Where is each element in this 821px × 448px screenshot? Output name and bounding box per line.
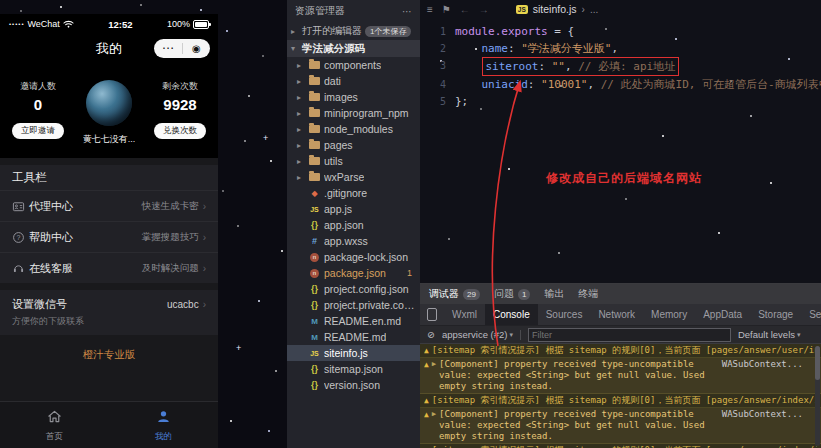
explorer-item-.gitignore[interactable]: ◆.gitignore	[287, 185, 420, 201]
battery-icon	[193, 20, 209, 29]
debugger-tab-问题[interactable]: 问题1	[494, 287, 530, 301]
explorer-item-images[interactable]: ▸images	[287, 89, 420, 105]
code-token: // 此处为商城ID, 可在超管后台-商城列表中查看	[601, 76, 821, 93]
explorer-item-sitemap.json[interactable]: {}sitemap.json	[287, 361, 420, 377]
log-levels-selector[interactable]: Default levels ▾	[738, 329, 801, 340]
bookmark-icon[interactable]: ⚑	[442, 4, 451, 15]
devtools-tab-console[interactable]: Console	[485, 304, 538, 325]
menu-item-在线客服[interactable]: 在线客服及时解决问题›	[0, 252, 218, 283]
debugger-tab-终端[interactable]: 终端	[578, 287, 598, 301]
explorer-item-pages[interactable]: ▸pages	[287, 137, 420, 153]
explorer-item-README.en.md[interactable]: MREADME.en.md	[287, 313, 420, 329]
explorer-item-app.json[interactable]: {}app.json	[287, 217, 420, 233]
scrollbar-thumb[interactable]	[815, 346, 820, 380]
more-icon[interactable]: ⋯	[154, 39, 182, 58]
explorer-item-wxParse[interactable]: ▸wxParse	[287, 169, 420, 185]
capsule-menu[interactable]: ⋯ ◉	[154, 39, 210, 58]
code-line-5[interactable]: 5};	[420, 93, 821, 110]
count-badge: 1	[518, 289, 530, 300]
menu-item-帮助中心[interactable]: ?帮助中心掌握搜题技巧›	[0, 221, 218, 252]
menu-item-代理中心[interactable]: 代理中心快速生成卡密›	[0, 190, 218, 221]
editor-top-bar: ≡ ⚑ ← → JS siteinfo.js › ...	[420, 0, 821, 18]
explorer-item-dati[interactable]: ▸dati	[287, 73, 420, 89]
warning-icon: ▲	[424, 395, 429, 406]
line-number[interactable]: 3	[420, 57, 455, 76]
devtools-tab-wxml[interactable]: Wxml	[444, 304, 485, 325]
code-token	[455, 76, 482, 93]
explorer-item-version.json[interactable]: {}version.json	[287, 377, 420, 393]
git-file-icon: ◆	[308, 189, 321, 198]
carrier-label: WeChat	[28, 19, 60, 29]
line-number[interactable]: 1	[420, 23, 455, 40]
highlight-box: siteroot: "", // 必填: api地址	[482, 57, 680, 76]
code-line-2[interactable]: 2 name: "学法减分专业版",	[420, 40, 821, 57]
code-area[interactable]: 1module.exports = {2 name: "学法减分专业版",3 s…	[420, 18, 821, 110]
explorer-item-package-lock.json[interactable]: npackage-lock.json	[287, 249, 420, 265]
expand-icon[interactable]: ▶	[432, 359, 436, 370]
clear-console-icon[interactable]: ⊘	[427, 329, 435, 340]
devtools-tab-network[interactable]: Network	[590, 304, 643, 325]
code-token: ,	[565, 60, 578, 73]
console-message[interactable]: ▲[sitemap 索引情况提示] 根据 sitemap 的规则[0]，当前页面…	[420, 444, 821, 448]
console-message[interactable]: ▲▶[Component] property received type-unc…	[420, 408, 821, 444]
device-toggle-icon[interactable]	[427, 308, 437, 321]
console-message[interactable]: ▲[sitemap 索引情况提示] 根据 sitemap 的规则[0]，当前页面…	[420, 394, 821, 408]
tab-label: 输出	[544, 287, 564, 301]
debugger-tab-调试器[interactable]: 调试器29	[429, 287, 480, 301]
explorer-item-node_modules[interactable]: ▸node_modules	[287, 121, 420, 137]
devtools-tab-sources[interactable]: Sources	[538, 304, 591, 325]
explorer-item-app.js[interactable]: JSapp.js	[287, 201, 420, 217]
explorer-item-project.config.json[interactable]: {}project.config.json	[287, 281, 420, 297]
avatar[interactable]	[86, 80, 132, 126]
tabbar-item-首页[interactable]: 首页	[0, 402, 109, 448]
explorer-item-siteinfo.js[interactable]: JSsiteinfo.js	[287, 345, 420, 361]
editor-menu-icon[interactable]: ≡	[427, 4, 433, 15]
devtools-tab-appdata[interactable]: AppData	[695, 304, 750, 325]
profile-section: 邀请人数 0 立即邀请 黄七七没有... 剩余次数 9928 兑换次数	[0, 64, 218, 158]
devtools-tab-memory[interactable]: Memory	[643, 304, 695, 325]
code-line-1[interactable]: 1module.exports = {	[420, 23, 821, 40]
breadcrumb[interactable]: JS siteinfo.js › ...	[516, 3, 598, 15]
minimize-target-icon[interactable]: ◉	[183, 39, 211, 58]
devtools-tab-storage[interactable]: Storage	[750, 304, 801, 325]
mini-program-simulator: ••••• WeChat 12:52 100% 我的 ⋯ ◉ 邀请人数 0 立即…	[0, 14, 218, 448]
message-source-link[interactable]: WASubContext...	[722, 409, 803, 420]
explorer-item-app.wxss[interactable]: #app.wxss	[287, 233, 420, 249]
explorer-actions-icon[interactable]: ⋯	[402, 6, 412, 17]
code-line-4[interactable]: 4 uniacid: "10001", // 此处为商城ID, 可在超管后台-商…	[420, 76, 821, 93]
breadcrumb-more-icon[interactable]: ...	[590, 4, 598, 15]
tabbar-item-我的[interactable]: 我的	[109, 402, 218, 448]
signal-strength-icon: •••••	[9, 21, 25, 27]
explorer-item-README.md[interactable]: MREADME.md	[287, 329, 420, 345]
open-editors-section[interactable]: ▸ 打开的编辑器 1个未保存	[287, 22, 420, 40]
code-line-3[interactable]: 3 siteroot: "", // 必填: api地址	[420, 57, 821, 76]
line-number[interactable]: 5	[420, 93, 455, 110]
explorer-item-miniprogram_npm[interactable]: ▸miniprogram_npm	[287, 105, 420, 121]
twisty-collapsed-icon: ▸	[297, 157, 305, 166]
debugger-tab-输出[interactable]: 输出	[544, 287, 564, 301]
forward-icon[interactable]: →	[479, 4, 489, 15]
console-scrollbar[interactable]	[815, 346, 820, 446]
wechat-id-row[interactable]: 设置微信号 ucacbc › 方便你的下级联系	[0, 290, 218, 335]
exchange-times-button[interactable]: 兑换次数	[154, 123, 206, 139]
back-icon[interactable]: ←	[460, 4, 470, 15]
context-selector[interactable]: appservice (#2) ▾	[442, 329, 513, 340]
explorer-item-components[interactable]: ▸components	[287, 57, 420, 73]
twisty-collapsed-icon: ▸	[297, 109, 305, 118]
expand-icon[interactable]: ▶	[432, 409, 436, 420]
explorer-item-package.json[interactable]: npackage.json1	[287, 265, 420, 281]
console-filter-input[interactable]	[528, 328, 731, 342]
file-name: images	[324, 91, 358, 103]
explorer-root-folder[interactable]: ▾ 学法减分源码	[287, 40, 420, 57]
message-source-link[interactable]: WASubContext...	[722, 359, 803, 370]
console-message[interactable]: ▲[sitemap 索引情况提示] 根据 sitemap 的规则[0]，当前页面…	[420, 344, 821, 358]
file-name: pages	[324, 139, 353, 151]
explorer-item-project.private.config.json[interactable]: {}project.private.config.json	[287, 297, 420, 313]
explorer-item-utils[interactable]: ▸utils	[287, 153, 420, 169]
invite-now-button[interactable]: 立即邀请	[12, 123, 64, 139]
line-number[interactable]: 4	[420, 76, 455, 93]
console-message[interactable]: ▲▶[Component] property received type-unc…	[420, 358, 821, 394]
line-number[interactable]: 2	[420, 40, 455, 57]
devtools-tab-security[interactable]: Security	[801, 304, 821, 325]
menu-item-hint: 及时解决问题	[142, 262, 199, 275]
